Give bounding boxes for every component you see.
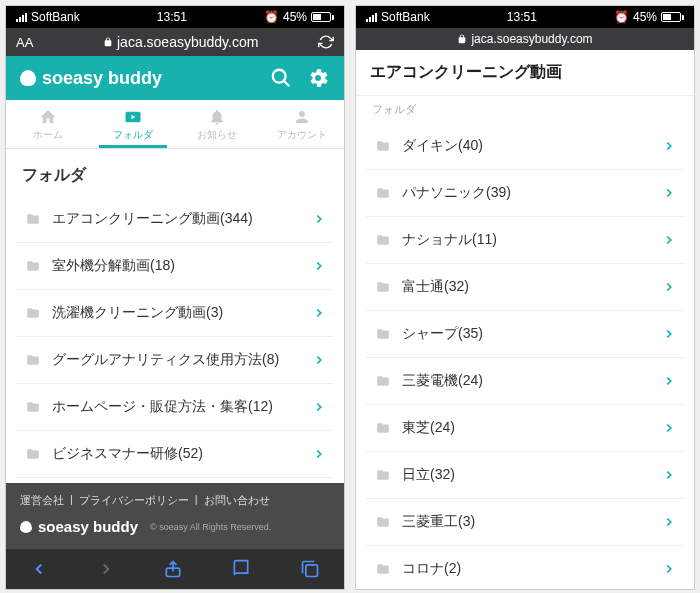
folder-icon [374,139,392,153]
folder-name: パナソニック(39) [402,184,652,202]
carrier: SoftBank [381,10,430,24]
chevron-right-icon [312,212,326,226]
nav-tabs: ホーム フォルダ お知らせ アカウント [6,100,344,149]
chevron-right-icon [662,515,676,529]
folder-icon [24,306,42,320]
folder-item[interactable]: ダイキン(40) [366,123,684,170]
folder-item[interactable]: パナソニック(39) [366,170,684,217]
clock: 13:51 [157,10,187,24]
account-icon [292,108,312,126]
footer-link-contact[interactable]: お問い合わせ [204,493,270,508]
home-icon [38,108,58,126]
folder-item[interactable]: 室外機分解動画(18) [16,243,334,290]
footer-link-privacy[interactable]: プライバシーポリシー [79,493,189,508]
reload-icon[interactable] [318,34,334,50]
folder-icon [24,259,42,273]
folder-item[interactable]: ナショナル(11) [366,217,684,264]
browser-toolbar [6,549,344,589]
share-button[interactable] [163,559,183,579]
tab-account[interactable]: アカウント [260,100,345,148]
tab-folder[interactable]: フォルダ [91,100,176,148]
forward-button[interactable] [97,560,115,578]
footer-links: 運営会社 | プライバシーポリシー | お問い合わせ [20,493,330,508]
tab-notifications[interactable]: お知らせ [175,100,260,148]
status-bar: SoftBank 13:51 ⏰ 45% [6,6,344,28]
status-bar: SoftBank 13:51 ⏰ 45% [356,6,694,28]
folder-list: エアコンクリーニング動画(344)室外機分解動画(18)洗濯機クリーニング動画(… [6,196,344,483]
bulb-icon [20,70,36,86]
chevron-right-icon [662,468,676,482]
battery-pct: 45% [283,10,307,24]
folder-icon [374,233,392,247]
folder-name: 富士通(32) [402,278,652,296]
chevron-right-icon [662,233,676,247]
chevron-right-icon [662,562,676,576]
tabs-button[interactable] [300,559,320,579]
folder-icon [374,327,392,341]
folder-item[interactable]: ビジネスマナー研修(52) [16,431,334,478]
clock: 13:51 [507,10,537,24]
folder-name: 洗濯機クリーニング動画(3) [52,304,302,322]
folder-icon [24,353,42,367]
folder-item[interactable]: グーグルアナリティクス使用方法(8) [16,337,334,384]
lock-icon [103,37,113,47]
lock-icon [457,34,467,44]
folder-icon [374,515,392,529]
folder-item[interactable]: 洗濯機クリーニング動画(3) [16,290,334,337]
folder-name: 三菱重工(3) [402,513,652,531]
browser-url-bar[interactable]: AA jaca.soeasybuddy.com [6,28,344,56]
chevron-right-icon [312,353,326,367]
folder-icon [374,562,392,576]
folder-item[interactable]: コロナ(2) [366,546,684,589]
folder-name: エアコンクリーニング動画(344) [52,210,302,228]
copyright: © soeasy All Rights Reserved. [150,522,271,532]
folder-icon [374,468,392,482]
search-icon[interactable] [270,67,292,89]
bulb-icon [20,521,32,533]
folder-item[interactable]: 三菱重工(3) [366,499,684,546]
app-logo[interactable]: soeasy buddy [20,68,270,89]
folder-name: コロナ(2) [402,560,652,578]
folder-item[interactable]: シャープ(35) [366,311,684,358]
folder-name: ナショナル(11) [402,231,652,249]
folder-item[interactable]: 富士通(32) [366,264,684,311]
footer-link-company[interactable]: 運営会社 [20,493,64,508]
chevron-right-icon [662,421,676,435]
back-button[interactable] [30,560,48,578]
chevron-right-icon [662,139,676,153]
footer-logo: soeasy buddy [38,518,138,535]
browser-url-bar[interactable]: jaca.soeasybuddy.com [356,28,694,50]
folder-item[interactable]: 三菱電機(24) [366,358,684,405]
folder-name: グーグルアナリティクス使用方法(8) [52,351,302,369]
svg-line-1 [284,81,290,87]
folder-name: 日立(32) [402,466,652,484]
chevron-right-icon [662,327,676,341]
folder-item[interactable]: エアコンクリーニング動画(344) [16,196,334,243]
chevron-right-icon [662,186,676,200]
folder-name: 三菱電機(24) [402,372,652,390]
folder-icon [374,280,392,294]
folder-list: ダイキン(40)パナソニック(39)ナショナル(11)富士通(32)シャープ(3… [356,123,694,589]
bookmarks-button[interactable] [231,559,251,579]
folder-name: ビジネスマナー研修(52) [52,445,302,463]
signal-icon [16,13,27,22]
svg-point-0 [273,70,286,83]
battery-icon [661,12,684,22]
folder-item[interactable]: 東芝(24) [366,405,684,452]
folder-name: 東芝(24) [402,419,652,437]
folder-icon [24,400,42,414]
chevron-right-icon [312,447,326,461]
folder-item[interactable]: 日立(32) [366,452,684,499]
folder-name: 室外機分解動画(18) [52,257,302,275]
url-text: jaca.soeasybuddy.com [117,34,258,50]
phone-right: SoftBank 13:51 ⏰ 45% jaca.soeasybuddy.co… [355,5,695,590]
text-size-button[interactable]: AA [16,35,33,50]
chevron-right-icon [312,306,326,320]
folder-item[interactable]: ホームページ・販促方法・集客(12) [16,384,334,431]
bell-icon [207,108,227,126]
gear-icon[interactable] [306,66,330,90]
sub-label: フォルダ [356,96,694,123]
tab-home[interactable]: ホーム [6,100,91,148]
section-title: フォルダ [6,149,344,196]
chevron-right-icon [312,400,326,414]
